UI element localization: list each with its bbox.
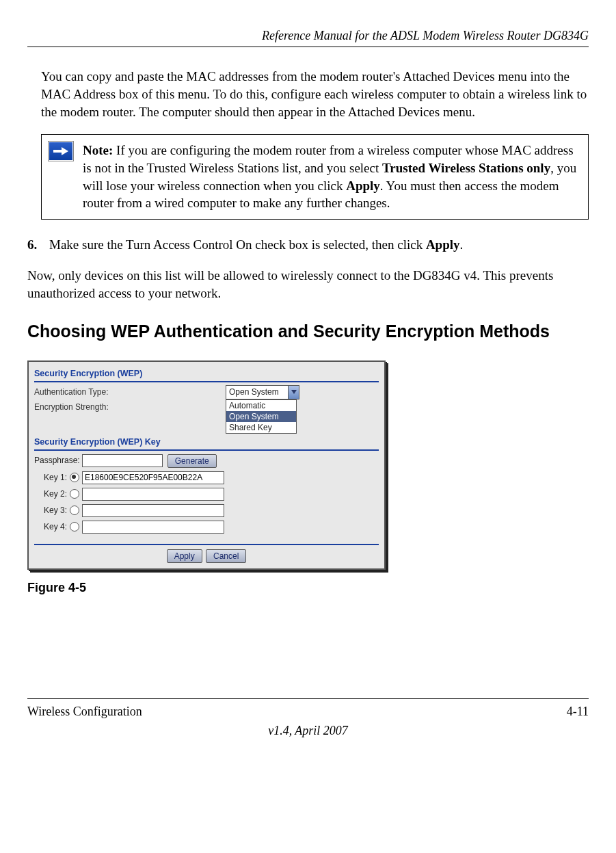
key1-input[interactable] [82, 471, 224, 484]
key2-radio[interactable] [70, 489, 79, 499]
key2-label: Key 2: [34, 488, 67, 499]
enc-strength-label: Encryption Strength: [34, 402, 226, 412]
note-arrow-icon [49, 142, 73, 161]
auth-type-dropdown[interactable]: Automatic Open System Shared Key [226, 399, 297, 434]
screenshot-figure: Security Encryption (WEP) Authentication… [27, 360, 386, 569]
page-header-title: Reference Manual for the ADSL Modem Wire… [27, 27, 589, 47]
passphrase-label: Passphrase: [34, 455, 80, 466]
step-text-2: . [460, 237, 464, 252]
step-text-1: Make sure the Turn Access Control On che… [49, 237, 426, 252]
note-bold2: Apply [346, 179, 380, 193]
key4-radio[interactable] [70, 522, 79, 532]
step-text: Make sure the Turn Access Control On che… [49, 236, 463, 254]
dropdown-opt-automatic[interactable]: Automatic [226, 400, 296, 411]
apply-button[interactable]: Apply [167, 549, 202, 563]
footer-right: 4-11 [567, 703, 589, 720]
key1-radio[interactable] [70, 473, 79, 482]
key4-input[interactable] [82, 521, 224, 534]
passphrase-input[interactable] [82, 454, 163, 467]
key2-input[interactable] [82, 488, 224, 501]
step-bold: Apply [426, 237, 460, 252]
footer-center: v1.4, April 2007 [27, 722, 589, 739]
dropdown-opt-open-system[interactable]: Open System [226, 411, 296, 422]
cancel-button[interactable]: Cancel [206, 549, 246, 563]
note-label: Note: [83, 143, 113, 157]
chevron-down-icon [288, 386, 299, 398]
intro-paragraph: You can copy and paste the MAC addresses… [41, 68, 589, 120]
key3-input[interactable] [82, 504, 224, 517]
fig-section1-title: Security Encryption (WEP) [34, 368, 379, 380]
page-footer: Wireless Configuration 4-11 v1.4, April … [27, 698, 589, 739]
generate-button[interactable]: Generate [168, 454, 217, 468]
key3-label: Key 3: [34, 505, 67, 516]
note-callout: Note: If you are configuring the modem r… [41, 134, 589, 220]
dropdown-opt-shared-key[interactable]: Shared Key [226, 422, 296, 433]
section-heading: Choosing WEP Authentication and Security… [27, 320, 589, 343]
auth-type-select[interactable]: Open System Automatic Open System Shared… [226, 385, 299, 399]
key4-label: Key 4: [34, 521, 67, 532]
auth-type-label: Authentication Type: [34, 386, 226, 397]
figure-caption: Figure 4-5 [27, 579, 589, 596]
step-6: 6. Make sure the Turn Access Control On … [27, 236, 589, 254]
note-bold1: Trusted Wireless Stations only [382, 161, 550, 175]
key3-radio[interactable] [70, 506, 79, 515]
step-number: 6. [27, 236, 49, 254]
footer-left: Wireless Configuration [27, 703, 142, 720]
key1-label: Key 1: [34, 472, 67, 483]
note-text: Note: If you are configuring the modem r… [80, 135, 588, 219]
auth-type-value: Open System [229, 387, 279, 397]
closing-paragraph: Now, only devices on this list will be a… [27, 267, 589, 302]
fig-section2-title: Security Encryption (WEP) Key [34, 436, 379, 448]
